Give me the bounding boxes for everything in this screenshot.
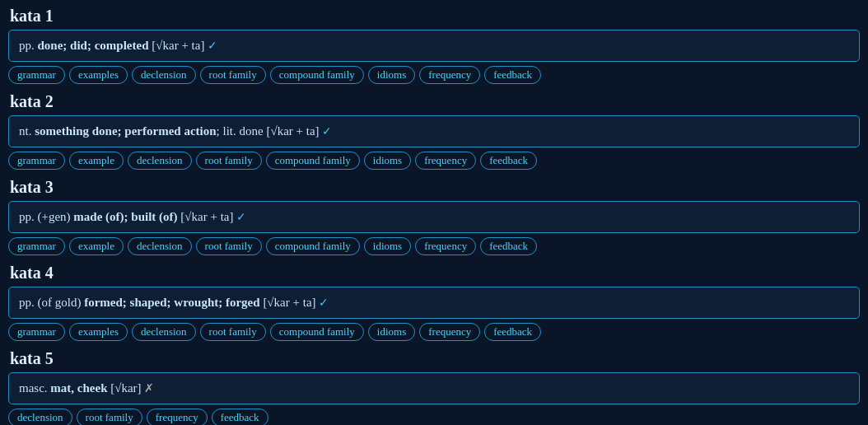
pos-label: masc. [19,381,50,395]
tag-feedback[interactable]: feedback [480,237,537,255]
tags-row: declensionroot familyfrequencyfeedback [8,409,860,425]
main-definition: done; did; completed [38,39,149,52]
tag-feedback[interactable]: feedback [480,152,537,170]
root-info: [√kar] [107,381,141,395]
kata-section-kata-4: kata 4pp. (of gold) formed; shaped; wrou… [8,264,860,341]
tag-compound-family[interactable]: compound family [266,237,360,255]
tag-frequency[interactable]: frequency [415,152,476,170]
kata-section-kata-3: kata 3pp. (+gen) made (of); built (of) [… [8,178,860,255]
tag-declension[interactable]: declension [132,66,196,84]
tag-declension[interactable]: declension [8,409,72,425]
tag-examples[interactable]: examples [69,323,128,341]
tags-row: grammarexampledeclensionroot familycompo… [8,237,860,255]
kata-title: kata 3 [8,178,860,197]
kata-definition-box: pp. (+gen) made (of); built (of) [√kar +… [8,201,860,233]
kata-definition-box: nt. something done; performed action; li… [8,115,860,147]
kata-title: kata 4 [8,264,860,283]
tag-declension[interactable]: declension [132,323,196,341]
kata-definition-box: pp. done; did; completed [√kar + ta] ✓ [8,30,860,62]
verified-checkmark: ✓ [208,40,217,52]
tag-idioms[interactable]: idioms [364,237,411,255]
tag-root-family[interactable]: root family [196,152,262,170]
kata-title: kata 2 [8,92,860,111]
tag-idioms[interactable]: idioms [364,152,411,170]
verified-checkmark: ✓ [319,297,329,309]
main-definition: made (of); built (of) [73,210,177,223]
tag-example[interactable]: example [69,152,124,170]
kata-section-kata-2: kata 2nt. something done; performed acti… [8,92,860,170]
tags-row: grammarexamplesdeclensionroot familycomp… [8,323,860,341]
tag-compound-family[interactable]: compound family [266,152,360,170]
tag-grammar[interactable]: grammar [8,152,65,170]
tag-declension[interactable]: declension [128,152,192,170]
tag-root-family[interactable]: root family [200,323,266,341]
kata-section-kata-5: kata 5masc. mat, cheek [√kar] ✗declensio… [8,349,860,425]
pos-label: pp. (of gold) [19,296,84,309]
tag-examples[interactable]: examples [69,66,128,84]
cross-mark: ✗ [144,382,154,395]
tag-declension[interactable]: declension [128,237,192,255]
tag-grammar[interactable]: grammar [8,237,65,255]
kata-title: kata 1 [8,7,860,26]
tag-idioms[interactable]: idioms [368,66,415,84]
tag-feedback[interactable]: feedback [484,66,541,84]
main-definition: something done; performed action [35,124,216,138]
tag-frequency[interactable]: frequency [147,409,208,425]
verified-checkmark: ✓ [236,211,246,223]
main-definition: formed; shaped; wrought; forged [84,296,259,309]
tag-compound-family[interactable]: compound family [270,323,364,341]
tag-frequency[interactable]: frequency [415,237,476,255]
tag-feedback[interactable]: feedback [484,323,541,341]
tags-row: grammarexamplesdeclensionroot familycomp… [8,66,860,84]
root-info: [√kar + ta] [178,210,234,223]
tags-row: grammarexampledeclensionroot familycompo… [8,152,860,170]
pos-label: pp. (+gen) [19,210,73,223]
tag-idioms[interactable]: idioms [368,323,415,341]
kata-definition-box: pp. (of gold) formed; shaped; wrought; f… [8,287,860,319]
pos-label: nt. [19,124,35,138]
kata-title: kata 5 [8,349,860,368]
main-definition: mat, cheek [50,381,107,395]
root-info: [√kar + ta] [149,39,205,52]
tag-root-family[interactable]: root family [196,237,262,255]
tag-example[interactable]: example [69,237,124,255]
tag-compound-family[interactable]: compound family [270,66,364,84]
tag-frequency[interactable]: frequency [419,66,480,84]
tag-frequency[interactable]: frequency [419,323,480,341]
verified-checkmark: ✓ [322,125,332,138]
root-info: ; lit. done [√kar + ta] [217,124,320,138]
tag-root-family[interactable]: root family [77,409,142,425]
tag-grammar[interactable]: grammar [8,323,65,341]
tag-root-family[interactable]: root family [200,66,266,84]
pos-label: pp. [19,39,38,52]
kata-definition-box: masc. mat, cheek [√kar] ✗ [8,372,860,404]
tag-feedback[interactable]: feedback [212,409,268,425]
root-info: [√kar + ta] [260,296,316,309]
tag-grammar[interactable]: grammar [8,66,65,84]
kata-section-kata-1: kata 1pp. done; did; completed [√kar + t… [8,7,860,84]
